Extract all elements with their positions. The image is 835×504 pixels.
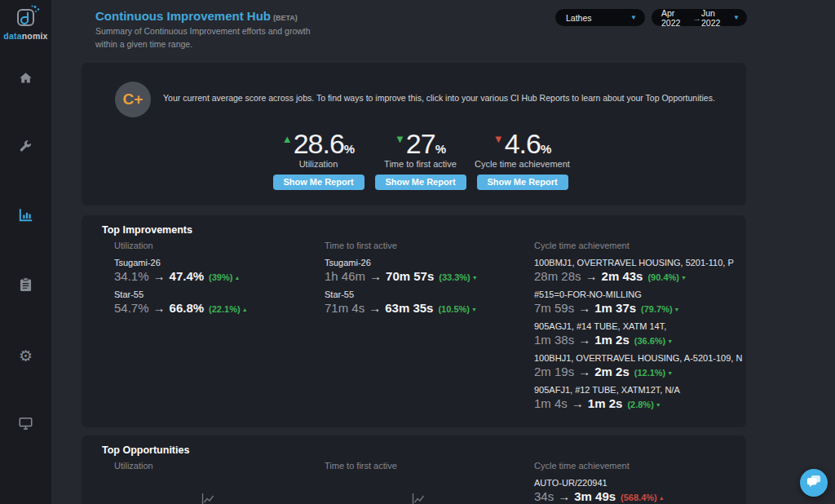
entry-values: 34s→3m 49s(568.4%)▲ xyxy=(534,489,738,503)
column-header: Time to first active xyxy=(325,461,528,471)
entry-to-value: 47.4% xyxy=(170,269,205,283)
clipboard-icon xyxy=(20,277,32,295)
section-title-top-improvements: Top Improvements xyxy=(102,224,192,236)
metric-entry: Tsugami-261h 46m→70m 57s(33.3%)▼ xyxy=(325,258,528,283)
trend-triangle-icon: ▼ xyxy=(493,134,504,144)
entry-from-value: 1h 46m xyxy=(325,269,365,283)
entry-percent-change: (39%) xyxy=(209,272,232,282)
entry-from-value: 1m 4s xyxy=(534,396,568,410)
arrow-right-glyph: → xyxy=(153,269,166,283)
entry-job-name: Star-55 xyxy=(114,290,318,299)
date-range-from: Apr 2022 xyxy=(661,8,693,28)
gear-icon: ⚙ xyxy=(19,348,33,364)
home-icon xyxy=(19,71,33,88)
entry-values: 1m 4s→1m 2s(2.8%)▼ xyxy=(534,396,738,410)
entry-job-name: AUTO-UR/220941 xyxy=(534,478,738,488)
entry-job-name: 100BHJ1, OVERTRAVEL HOUSING, A-5201-109,… xyxy=(534,353,738,363)
machine-filter-dropdown[interactable]: Lathes ▼ xyxy=(555,9,645,26)
entry-to-value: 66.8% xyxy=(170,301,205,315)
metric-utilization: ▲ 28.6 % Utilization Show Me Report xyxy=(267,130,369,190)
entry-percent-change: (90.4%) xyxy=(647,272,679,282)
sidebar-item-jobs[interactable] xyxy=(0,270,51,303)
sidebar-item-settings[interactable]: ⚙ xyxy=(0,339,51,372)
entry-job-name: Tsugami-26 xyxy=(325,258,528,267)
top-opportunities-panel: Top Opportunities UtilizationTime to fir… xyxy=(82,435,746,504)
entry-to-value: 70m 57s xyxy=(386,269,434,283)
page-subtitle: Summary of Continuous Improvement effort… xyxy=(95,25,332,51)
brand-text-data: data xyxy=(3,31,21,41)
line-chart-icon xyxy=(114,492,302,504)
entry-values: 28m 28s→2m 43s(90.4%)▼ xyxy=(534,269,738,283)
sidebar-item-home[interactable] xyxy=(0,63,51,95)
entry-from-value: 34.1% xyxy=(114,269,149,283)
date-range-arrow: → xyxy=(693,13,702,23)
sidebar-item-reports-active[interactable] xyxy=(0,200,51,232)
entry-to-value: 3m 49s xyxy=(574,489,616,503)
trend-triangle-icon: ▼ xyxy=(667,338,673,344)
entry-job-name: Tsugami-26 xyxy=(114,258,318,267)
metric-value-row: ▲ 28.6 % xyxy=(267,130,369,157)
wrench-icon xyxy=(19,139,33,157)
arrow-right-glyph: → xyxy=(578,333,590,347)
entry-from-value: 2m 19s xyxy=(534,365,574,378)
show-me-report-button[interactable]: Show Me Report xyxy=(375,175,466,190)
column-header: Utilization xyxy=(114,241,318,250)
chevron-down-icon: ▼ xyxy=(630,14,637,21)
line-chart-icon xyxy=(325,492,512,504)
entry-values: 1m 38s→1m 2s(36.6%)▼ xyxy=(534,333,738,347)
entry-from-value: 28m 28s xyxy=(534,269,581,283)
sidebar: datanomix ⚙ xyxy=(0,0,51,504)
arrow-right-glyph: → xyxy=(578,301,590,315)
entry-percent-change: (36.6%) xyxy=(634,336,666,346)
score-description: Your current average score across jobs. … xyxy=(163,93,715,103)
entry-percent-change: (12.1%) xyxy=(634,368,666,378)
arrow-right-glyph: → xyxy=(572,396,584,410)
column-header: Cycle time achievement xyxy=(534,461,738,471)
datanomix-logo[interactable]: datanomix xyxy=(0,4,51,41)
column-header: Utilization xyxy=(114,461,318,471)
entry-job-name: 905AFJ1, #12 TUBE, XATM12T, N/A xyxy=(534,385,738,395)
metric-unit: % xyxy=(344,142,355,156)
arrow-right-glyph: → xyxy=(558,489,570,503)
metric-value: 28.6 xyxy=(294,130,344,157)
column-time-to-first-active: Time to first active xyxy=(325,461,528,504)
column-cycle-time-achievement: Cycle time achievementAUTO-UR/22094134s→… xyxy=(534,461,738,504)
entry-percent-change: (79.7%) xyxy=(641,304,673,314)
entry-job-name: 100BMJ1, OVERTRAVEL HOUSING, 5201-110, P xyxy=(534,258,738,267)
beta-badge: (BETA) xyxy=(273,14,298,22)
sidebar-item-tools[interactable] xyxy=(0,131,51,164)
entry-to-value: 1m 2s xyxy=(588,396,623,410)
trend-triangle-icon: ▲ xyxy=(659,495,665,501)
arrow-right-glyph: → xyxy=(578,365,590,378)
metrics-row: ▲ 28.6 % Utilization Show Me Report ▼ 27… xyxy=(267,130,573,190)
entry-to-value: 1m 37s xyxy=(594,301,636,315)
grade-badge: C+ xyxy=(115,82,151,117)
metric-value: 27 xyxy=(406,130,435,157)
entry-percent-change: (22.1%) xyxy=(209,304,241,314)
brand-wordmark: datanomix xyxy=(0,31,51,41)
show-me-report-button[interactable]: Show Me Report xyxy=(477,175,568,190)
entry-from-value: 1m 38s xyxy=(534,333,574,347)
metric-value-row: ▼ 27 % xyxy=(369,130,471,157)
entry-to-value: 63m 35s xyxy=(385,301,433,315)
entry-to-value: 1m 2s xyxy=(594,333,630,347)
entry-job-name: 905AGJ1, #14 TUBE, XATM 14T, xyxy=(534,321,738,331)
trend-triangle-icon: ▼ xyxy=(656,402,661,408)
entry-percent-change: (568.4%) xyxy=(621,493,657,502)
trend-triangle-icon: ▼ xyxy=(667,370,673,376)
trend-triangle-icon: ▲ xyxy=(234,275,240,281)
date-range-dropdown[interactable]: Apr 2022 → Jun 2022 ▼ xyxy=(652,9,747,26)
metric-cycle-time-achievement: ▼ 4.6 % Cycle time achievement Show Me R… xyxy=(471,130,573,190)
chat-launcher-button[interactable] xyxy=(800,469,828,497)
entry-values: 7m 59s→1m 37s(79.7%)▼ xyxy=(534,301,738,315)
show-me-report-button[interactable]: Show Me Report xyxy=(273,175,364,190)
metric-entry: 100BMJ1, OVERTRAVEL HOUSING, 5201-110, P… xyxy=(534,258,738,283)
machine-filter-value: Lathes xyxy=(566,13,592,23)
monitor-icon xyxy=(19,417,33,434)
sidebar-item-displays[interactable] xyxy=(0,409,51,441)
entry-percent-change: (10.5%) xyxy=(438,304,470,314)
entry-values: 2m 19s→2m 2s(12.1%)▼ xyxy=(534,365,738,378)
bar-chart-icon xyxy=(19,208,33,225)
entry-values: 71m 4s→63m 35s(10.5%)▼ xyxy=(325,301,528,315)
arrow-right-glyph: → xyxy=(369,269,382,283)
